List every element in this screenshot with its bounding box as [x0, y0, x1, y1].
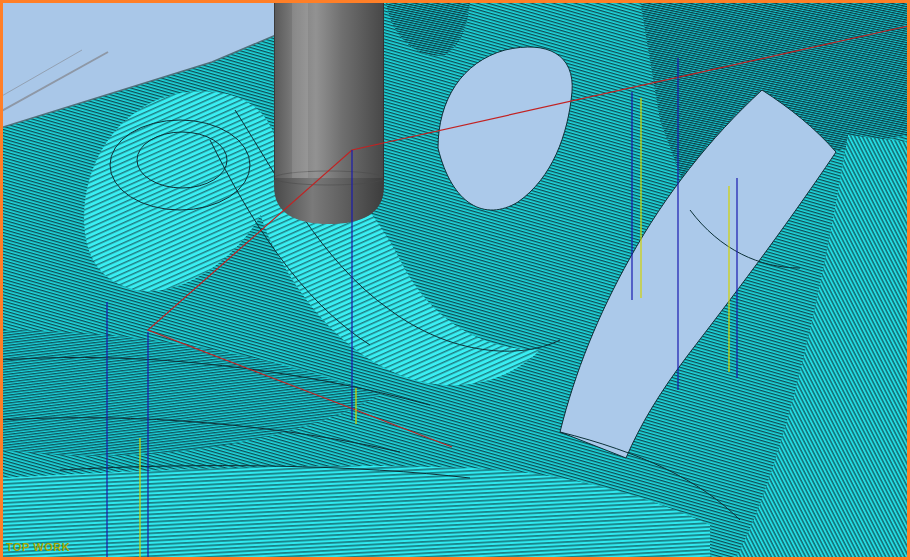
machining-scene: TOP WORK	[0, 0, 910, 560]
tool-shank	[274, 0, 384, 178]
cutting-tool	[274, 0, 384, 224]
cam-graphics-viewport[interactable]: TOP WORK	[0, 0, 910, 560]
tool-highlight	[292, 0, 308, 178]
wcs-plane-label: TOP WORK	[6, 541, 70, 553]
